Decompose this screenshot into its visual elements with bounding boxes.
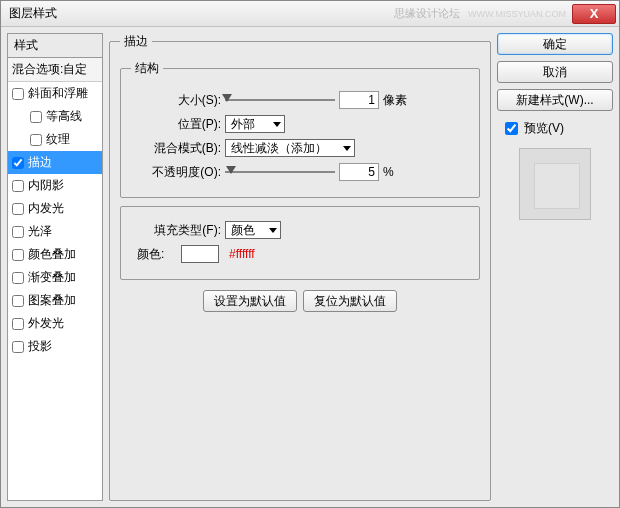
watermark-url: WWW.MISSYUAN.COM [468, 9, 566, 19]
make-default-button[interactable]: 设置为默认值 [203, 290, 297, 312]
opacity-slider[interactable] [225, 171, 335, 173]
style-label: 外发光 [28, 315, 64, 332]
slider-thumb-icon [222, 94, 232, 102]
blendmode-select[interactable]: 线性减淡（添加） [225, 139, 355, 157]
style-item-color-overlay[interactable]: 颜色叠加 [8, 243, 102, 266]
style-checkbox[interactable] [12, 157, 24, 169]
style-item-stroke[interactable]: 描边 [8, 151, 102, 174]
ok-button[interactable]: 确定 [497, 33, 613, 55]
style-item-inner-shadow[interactable]: 内阴影 [8, 174, 102, 197]
style-checkbox[interactable] [12, 203, 24, 215]
style-label: 斜面和浮雕 [28, 85, 88, 102]
style-item-satin[interactable]: 光泽 [8, 220, 102, 243]
color-swatch[interactable] [181, 245, 219, 263]
stroke-legend: 描边 [120, 33, 152, 50]
close-button[interactable]: X [572, 4, 616, 24]
position-row: 位置(P): 外部 [131, 115, 469, 133]
style-checkbox[interactable] [12, 272, 24, 284]
style-label: 等高线 [46, 108, 82, 125]
size-unit: 像素 [383, 92, 407, 109]
style-checkbox[interactable] [12, 341, 24, 353]
reset-default-label: 复位为默认值 [314, 293, 386, 310]
titlebar: 图层样式 思缘设计论坛 WWW.MISSYUAN.COM X [1, 1, 619, 27]
style-checkbox[interactable] [12, 249, 24, 261]
style-label: 投影 [28, 338, 52, 355]
position-select[interactable]: 外部 [225, 115, 285, 133]
blendmode-row: 混合模式(B): 线性减淡（添加） [131, 139, 469, 157]
style-label: 光泽 [28, 223, 52, 240]
style-label: 纹理 [46, 131, 70, 148]
watermark-text: 思缘设计论坛 [394, 6, 460, 21]
size-label: 大小(S): [131, 92, 221, 109]
ok-label: 确定 [543, 36, 567, 53]
style-checkbox[interactable] [12, 226, 24, 238]
cancel-label: 取消 [543, 64, 567, 81]
fill-fieldset: 填充类型(F): 颜色 颜色: #ffffff [120, 206, 480, 280]
style-item-inner-glow[interactable]: 内发光 [8, 197, 102, 220]
style-item-pattern-overlay[interactable]: 图案叠加 [8, 289, 102, 312]
blend-options-item[interactable]: 混合选项:自定 [8, 58, 102, 82]
size-input[interactable] [339, 91, 379, 109]
action-panel: 确定 取消 新建样式(W)... 预览(V) [497, 33, 613, 501]
filltype-label: 填充类型(F): [131, 222, 221, 239]
filltype-value: 颜色 [231, 222, 255, 239]
default-buttons: 设置为默认值 复位为默认值 [120, 290, 480, 312]
layer-style-dialog: 图层样式 思缘设计论坛 WWW.MISSYUAN.COM X 样式 混合选项:自… [0, 0, 620, 508]
style-checkbox[interactable] [12, 318, 24, 330]
cancel-button[interactable]: 取消 [497, 61, 613, 83]
position-value: 外部 [231, 116, 255, 133]
style-checkbox[interactable] [12, 88, 24, 100]
color-hex: #ffffff [229, 247, 255, 261]
styles-panel: 样式 混合选项:自定 斜面和浮雕 等高线 纹理 [7, 33, 103, 501]
style-label: 内阴影 [28, 177, 64, 194]
settings-panel: 描边 结构 大小(S): 像素 位置(P): 外部 [109, 33, 491, 501]
make-default-label: 设置为默认值 [214, 293, 286, 310]
size-row: 大小(S): 像素 [131, 91, 469, 109]
close-icon: X [590, 6, 599, 21]
style-item-bevel[interactable]: 斜面和浮雕 [8, 82, 102, 105]
filltype-row: 填充类型(F): 颜色 [131, 221, 469, 239]
structure-legend: 结构 [131, 60, 163, 77]
blendmode-label: 混合模式(B): [131, 140, 221, 157]
window-title: 图层样式 [9, 5, 57, 22]
new-style-button[interactable]: 新建样式(W)... [497, 89, 613, 111]
style-checkbox[interactable] [12, 295, 24, 307]
size-slider[interactable] [225, 99, 335, 101]
stroke-fieldset: 描边 结构 大小(S): 像素 位置(P): 外部 [109, 33, 491, 501]
style-item-outer-glow[interactable]: 外发光 [8, 312, 102, 335]
color-label: 颜色: [137, 246, 177, 263]
blend-options-label: 混合选项:自定 [12, 61, 87, 78]
style-item-texture[interactable]: 纹理 [8, 128, 102, 151]
opacity-row: 不透明度(O): % [131, 163, 469, 181]
reset-default-button[interactable]: 复位为默认值 [303, 290, 397, 312]
color-row: 颜色: #ffffff [131, 245, 469, 263]
new-style-label: 新建样式(W)... [516, 92, 593, 109]
style-label: 颜色叠加 [28, 246, 76, 263]
preview-thumbnail [519, 148, 591, 220]
filltype-select[interactable]: 颜色 [225, 221, 281, 239]
structure-fieldset: 结构 大小(S): 像素 位置(P): 外部 [120, 60, 480, 198]
style-label: 图案叠加 [28, 292, 76, 309]
style-checkbox[interactable] [30, 134, 42, 146]
style-item-gradient-overlay[interactable]: 渐变叠加 [8, 266, 102, 289]
preview-checkbox[interactable] [505, 122, 518, 135]
style-label: 描边 [28, 154, 52, 171]
blendmode-value: 线性减淡（添加） [231, 140, 327, 157]
slider-thumb-icon [226, 166, 236, 174]
style-label: 内发光 [28, 200, 64, 217]
style-checkbox[interactable] [30, 111, 42, 123]
styles-list: 混合选项:自定 斜面和浮雕 等高线 纹理 描边 [7, 57, 103, 501]
position-label: 位置(P): [131, 116, 221, 133]
style-label: 渐变叠加 [28, 269, 76, 286]
styles-header: 样式 [7, 33, 103, 57]
style-item-drop-shadow[interactable]: 投影 [8, 335, 102, 358]
opacity-label: 不透明度(O): [131, 164, 221, 181]
style-checkbox[interactable] [12, 180, 24, 192]
opacity-input[interactable] [339, 163, 379, 181]
dialog-body: 样式 混合选项:自定 斜面和浮雕 等高线 纹理 [1, 27, 619, 507]
style-item-contour[interactable]: 等高线 [8, 105, 102, 128]
preview-checkbox-row[interactable]: 预览(V) [501, 119, 613, 138]
opacity-unit: % [383, 165, 394, 179]
preview-label: 预览(V) [524, 120, 564, 137]
